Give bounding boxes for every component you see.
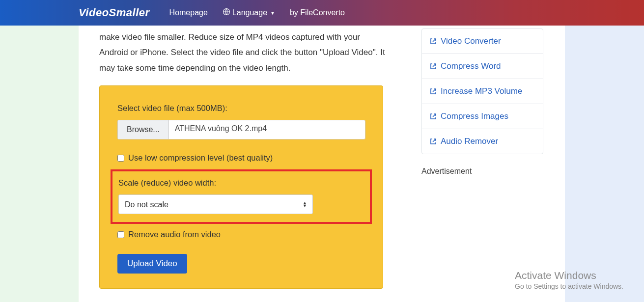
upload-video-button[interactable]: Upload Video: [117, 254, 187, 274]
sidebar-item-label: Audio Remover: [441, 137, 498, 146]
watermark-title: Activate Windows: [515, 270, 623, 281]
sidebar-item-label: Increase MP3 Volume: [441, 86, 522, 96]
sidebar-item-label: Compress Word: [441, 61, 501, 71]
external-link-icon: [430, 138, 437, 145]
upload-card: Select video file (max 500MB): Browse...…: [99, 85, 383, 289]
scale-select[interactable]: Do not scale: [118, 194, 313, 214]
select-file-label: Select video file (max 500MB):: [117, 104, 365, 113]
sidebar-item-video-converter[interactable]: Video Converter: [422, 29, 543, 54]
external-link-icon: [430, 88, 437, 95]
low-compression-label: Use low compression level (best quality): [128, 153, 273, 163]
related-tools-list: Video Converter Compress Word Increase M…: [421, 28, 543, 154]
sidebar-item-label: Compress Images: [441, 111, 508, 121]
right-gutter: [565, 26, 644, 302]
main-content: make video file smaller. Reduce size of …: [79, 26, 403, 302]
left-gutter: [0, 26, 79, 302]
remove-audio-row[interactable]: Remove audio from video: [117, 230, 365, 239]
low-compression-checkbox[interactable]: [117, 155, 124, 162]
sidebar-item-label: Video Converter: [441, 36, 501, 46]
advertisement-label: Advertisement: [421, 167, 555, 176]
low-compression-row[interactable]: Use low compression level (best quality): [117, 153, 365, 163]
nav-language-dropdown[interactable]: Language ▼: [223, 8, 275, 18]
external-link-icon: [430, 63, 437, 70]
brand-logo[interactable]: VideoSmaller: [79, 6, 150, 19]
nav-language-label: Language: [232, 8, 267, 17]
external-link-icon: [430, 38, 437, 45]
sidebar: Video Converter Compress Word Increase M…: [403, 26, 565, 302]
nav-homepage[interactable]: Homepage: [169, 8, 208, 17]
external-link-icon: [430, 113, 437, 120]
file-input-row: Browse... ATHENA vuông OK 2.mp4: [117, 120, 365, 139]
intro-text: make video file smaller. Reduce size of …: [99, 26, 403, 85]
scale-highlight-box: Scale (reduce) video width: Do not scale…: [111, 169, 372, 224]
sidebar-item-audio-remover[interactable]: Audio Remover: [422, 129, 543, 154]
remove-audio-label: Remove audio from video: [128, 230, 221, 239]
watermark-subtitle: Go to Settings to activate Windows.: [515, 282, 623, 290]
scale-select-wrap: Do not scale ▲▼: [118, 194, 313, 214]
sidebar-item-compress-word[interactable]: Compress Word: [422, 54, 543, 79]
windows-activation-watermark: Activate Windows Go to Settings to activ…: [515, 270, 623, 290]
chevron-down-icon: ▼: [270, 10, 275, 16]
remove-audio-checkbox[interactable]: [117, 231, 124, 238]
sidebar-item-compress-images[interactable]: Compress Images: [422, 104, 543, 129]
globe-icon: [223, 8, 230, 18]
selected-filename: ATHENA vuông OK 2.mp4: [169, 120, 365, 139]
scale-label: Scale (reduce) video width:: [118, 178, 364, 188]
top-navbar: VideoSmaller Homepage Language ▼ by File…: [0, 0, 644, 26]
nav-by-fileconverto[interactable]: by FileConverto: [290, 8, 345, 17]
browse-button[interactable]: Browse...: [118, 120, 169, 139]
sidebar-item-increase-mp3-volume[interactable]: Increase MP3 Volume: [422, 79, 543, 104]
